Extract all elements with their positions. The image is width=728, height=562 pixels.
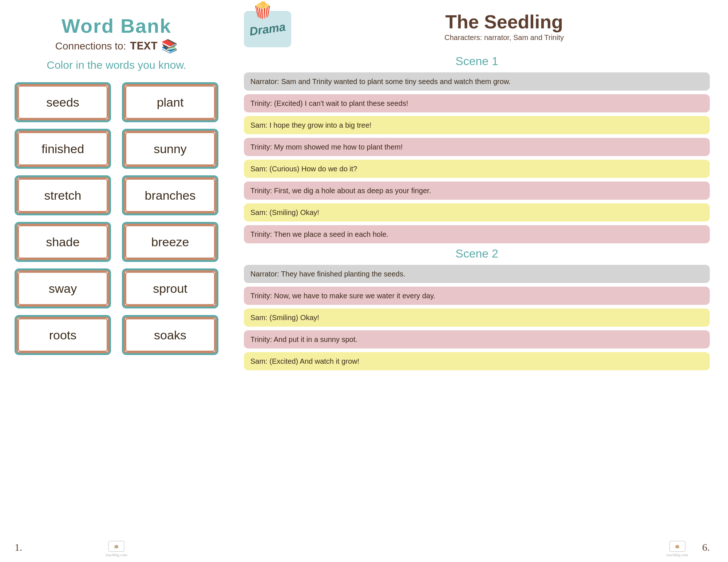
dialogue-text-sam-4: Sam: (Smiling) Okay! (250, 314, 319, 322)
word-label-sprout: sprout (153, 282, 187, 296)
teachbig-url-left: teachbig.com (106, 553, 127, 557)
scene2-heading: Scene 2 (244, 247, 710, 260)
word-label-shade: shade (46, 235, 80, 249)
dialogue-text-trinity-1: Trinity: (Excited) I can't wait to plant… (250, 99, 408, 107)
word-card-finished[interactable]: finished (15, 129, 111, 169)
dialogue-text-narrator-2: Narrator: They have finished planting th… (250, 270, 405, 278)
characters-line: Characters: narrator, Sam and Trinity (298, 33, 710, 42)
word-label-roots: roots (49, 328, 77, 342)
word-card-sprout[interactable]: sprout (122, 268, 218, 308)
title-block: The Seedling Characters: narrator, Sam a… (298, 11, 710, 42)
dialogue-narrator-1: Narrator: Sam and Trinity wanted to plan… (244, 72, 710, 91)
dialogue-text-trinity-6: Trinity: And put it in a sunny spot. (250, 335, 357, 343)
dialogue-sam-4: Sam: (Smiling) Okay! (244, 308, 710, 327)
dialogue-text-sam-2: Sam: (Curious) How do we do it? (250, 165, 357, 173)
connections-line: Connections to: TEXT 📚 (55, 39, 178, 54)
dialogue-text-trinity-2: Trinity: My mom showed me how to plant t… (250, 143, 403, 151)
dialogue-text-trinity-5: Trinity: Now, we have to make sure we wa… (250, 292, 435, 300)
dialogue-trinity-5: Trinity: Now, we have to make sure we wa… (244, 287, 710, 305)
dialogue-trinity-6: Trinity: And put it in a sunny spot. (244, 330, 710, 348)
word-card-branches[interactable]: branches (122, 175, 218, 215)
popcorn-icon: 🍿 (253, 1, 273, 20)
right-panel: 🍿 Drama The Seedling Characters: narrato… (233, 0, 728, 562)
word-card-breeze[interactable]: breeze (122, 222, 218, 262)
teachbig-url-right: teachbig.com (666, 553, 688, 557)
word-label-sunny: sunny (154, 142, 187, 156)
drama-label: Drama (249, 20, 286, 39)
word-card-plant[interactable]: plant (122, 82, 218, 122)
dialogue-sam-5: Sam: (Excited) And watch it grow! (244, 352, 710, 370)
teachbig-stamp-left: 🏫 (108, 541, 124, 552)
word-card-stretch[interactable]: stretch (15, 175, 111, 215)
dialogue-trinity-3: Trinity: First, we dig a hole about as d… (244, 182, 710, 200)
dialogue-sam-2: Sam: (Curious) How do we do it? (244, 160, 710, 178)
story-title: The Seedling (298, 11, 710, 33)
color-instruction: Color in the words you know. (47, 59, 186, 71)
dialogue-text-sam-1: Sam: I hope they grow into a big tree! (250, 121, 371, 129)
word-label-finished: finished (41, 142, 84, 156)
teachbig-logo-left: 🏫 teachbig.com (106, 541, 127, 557)
word-label-stretch: stretch (44, 188, 81, 203)
word-grid: seeds plant finished sunny stretch branc… (15, 82, 218, 355)
teachbig-stamp-right: 🏫 (669, 541, 685, 552)
dialogue-text-sam-3: Sam: (Smiling) Okay! (250, 208, 319, 216)
dialogue-trinity-2: Trinity: My mom showed me how to plant t… (244, 138, 710, 156)
word-card-shade[interactable]: shade (15, 222, 111, 262)
right-header: 🍿 Drama The Seedling Characters: narrato… (244, 11, 710, 47)
word-card-sway[interactable]: sway (15, 268, 111, 308)
word-card-roots[interactable]: roots (15, 315, 111, 355)
connections-label: Connections to: (55, 40, 126, 52)
dialogue-narrator-2: Narrator: They have finished planting th… (244, 265, 710, 283)
word-label-branches: branches (145, 188, 196, 203)
teachbig-logo-right: 🏫 teachbig.com (666, 541, 688, 557)
dialogue-sam-1: Sam: I hope they grow into a big tree! (244, 116, 710, 134)
dialogue-text-trinity-3: Trinity: First, we dig a hole about as d… (250, 187, 431, 195)
dialogue-text-trinity-4: Trinity: Then we place a seed in each ho… (250, 230, 388, 238)
word-card-seeds[interactable]: seeds (15, 82, 111, 122)
page-number-left: 1. (15, 542, 22, 553)
word-label-sway: sway (49, 282, 77, 296)
left-panel: Word Bank Connections to: TEXT 📚 Color i… (0, 0, 233, 562)
dialogue-text-sam-5: Sam: (Excited) And watch it grow! (250, 357, 359, 365)
book-icon: 📚 (161, 39, 178, 54)
word-card-sunny[interactable]: sunny (122, 129, 218, 169)
dialogue-trinity-4: Trinity: Then we place a seed in each ho… (244, 225, 710, 243)
word-bank-title: Word Bank (62, 15, 171, 37)
word-label-soaks: soaks (154, 328, 186, 342)
word-label-plant: plant (157, 95, 184, 109)
drama-badge: 🍿 Drama (244, 11, 291, 47)
dialogue-trinity-1: Trinity: (Excited) I can't wait to plant… (244, 94, 710, 112)
page-number-right: 6. (702, 542, 710, 553)
word-card-soaks[interactable]: soaks (122, 315, 218, 355)
word-label-breeze: breeze (151, 235, 189, 249)
word-label-seeds: seeds (46, 95, 79, 109)
dialogue-sam-3: Sam: (Smiling) Okay! (244, 203, 710, 222)
dialogue-text-narrator-1: Narrator: Sam and Trinity wanted to plan… (250, 77, 511, 85)
scene1-heading: Scene 1 (244, 55, 710, 68)
connections-value: TEXT (130, 40, 158, 53)
